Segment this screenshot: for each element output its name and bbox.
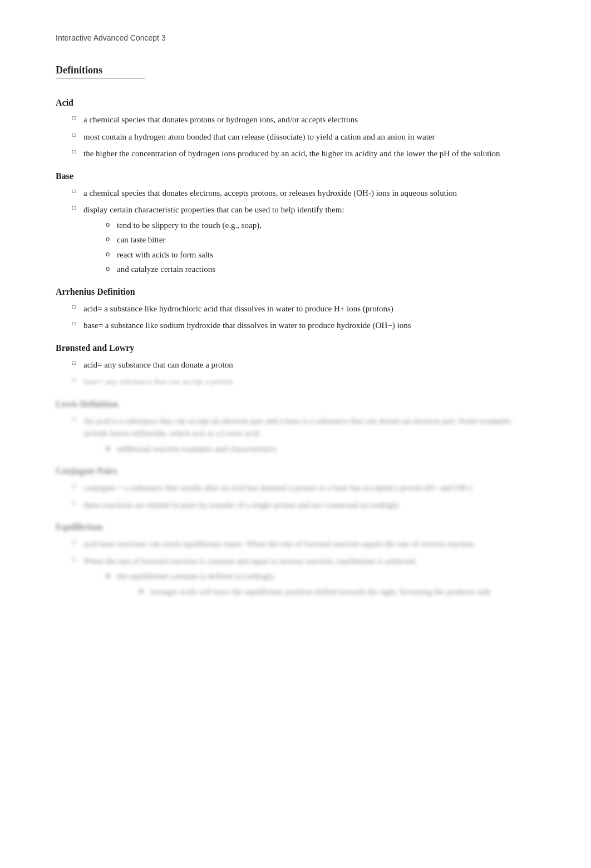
base-bullet-list: a chemical species that donates electron…: [72, 187, 535, 276]
list-item: tend to be slippery to the touch (e.g., …: [106, 219, 535, 232]
list-item: a chemical species that donates electron…: [72, 187, 535, 200]
lewis-heading: Lewis Definition: [56, 399, 535, 409]
list-item: the equilibrium constant is defined acco…: [106, 570, 535, 598]
section-bronsted: Brønsted and Lowry acid= any substance t…: [56, 343, 535, 388]
section-conjugate: Conjugate Pairs conjugate = a substance …: [56, 466, 535, 511]
definitions-heading: Definitions: [56, 65, 145, 79]
list-item: An acid is a substance that can accept a…: [72, 415, 535, 455]
acid-heading: Acid: [56, 98, 535, 108]
page-subtitle: Interactive Advanced Concept 3: [56, 33, 535, 42]
list-item: can taste bitter: [106, 234, 535, 246]
equilibrium-bullet-list: acid base reactions can reach equilibriu…: [72, 538, 535, 598]
list-item: stronger acids will have the equilibrium…: [139, 586, 535, 598]
base-heading: Base: [56, 171, 535, 181]
section-acid: Acid a chemical species that donates pro…: [56, 98, 535, 160]
list-item: the higher the concentration of hydrogen…: [72, 147, 535, 160]
equilibrium-sub-sub-list: stronger acids will have the equilibrium…: [139, 586, 535, 598]
base-sub-bullet-list: tend to be slippery to the touch (e.g., …: [106, 219, 535, 276]
list-item: When the rate of forward reaction is con…: [72, 555, 535, 598]
equilibrium-heading: Equilibrium: [56, 522, 535, 532]
list-item: acid= any substance that can donate a pr…: [72, 359, 535, 371]
conjugate-bullet-list: conjugate = a substance that results aft…: [72, 482, 535, 511]
list-item: display certain characteristic propertie…: [72, 204, 535, 276]
lewis-bullet-list: An acid is a substance that can accept a…: [72, 415, 535, 455]
list-item: most contain a hydrogen atom bonded that…: [72, 131, 535, 143]
section-base: Base a chemical species that donates ele…: [56, 171, 535, 276]
arrhenius-heading: Arrhenius Definition: [56, 287, 535, 297]
conjugate-heading: Conjugate Pairs: [56, 466, 535, 476]
section-lewis: Lewis Definition An acid is a substance …: [56, 399, 535, 455]
list-item: and catalyze certain reactions: [106, 263, 535, 276]
list-item: additional reaction examples and charact…: [106, 443, 535, 455]
bronsted-heading: Brønsted and Lowry: [56, 343, 535, 353]
section-equilibrium: Equilibrium acid base reactions can reac…: [56, 522, 535, 598]
list-item: react with acids to form salts: [106, 249, 535, 261]
list-item: conjugate = a substance that results aft…: [72, 482, 535, 494]
lewis-sub-list: additional reaction examples and charact…: [106, 443, 535, 455]
acid-bullet-list: a chemical species that donates protons …: [72, 113, 535, 160]
list-item: base= a substance like sodium hydroxide …: [72, 319, 535, 332]
equilibrium-sub-list: the equilibrium constant is defined acco…: [106, 570, 535, 598]
list-item: base= any substance that can accept a pr…: [72, 375, 535, 388]
list-item: these reactions are related in pairs by …: [72, 499, 535, 512]
bronsted-bullet-list: acid= any substance that can donate a pr…: [72, 359, 535, 388]
section-arrhenius: Arrhenius Definition acid= a substance l…: [56, 287, 535, 332]
list-item: acid= a substance like hydrochloric acid…: [72, 302, 535, 315]
list-item: acid base reactions can reach equilibriu…: [72, 538, 535, 550]
arrhenius-bullet-list: acid= a substance like hydrochloric acid…: [72, 302, 535, 332]
list-item: a chemical species that donates protons …: [72, 113, 535, 126]
